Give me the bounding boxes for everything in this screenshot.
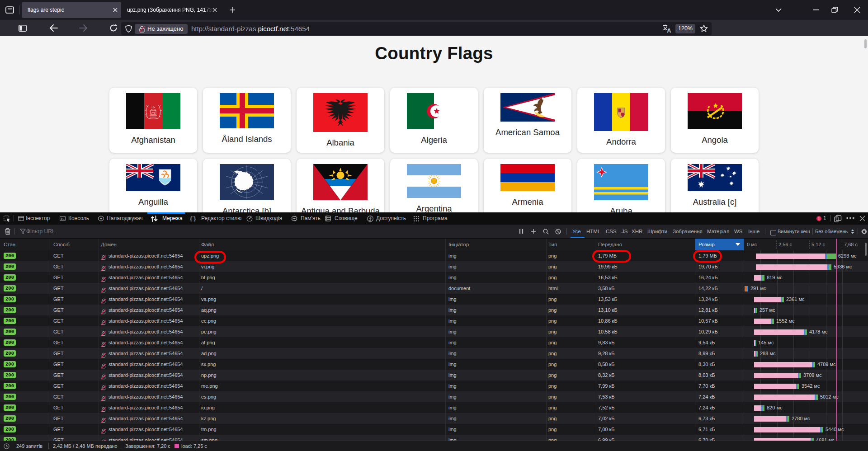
svg-text:A: A xyxy=(667,28,671,33)
svg-text:{}: {} xyxy=(189,216,197,221)
